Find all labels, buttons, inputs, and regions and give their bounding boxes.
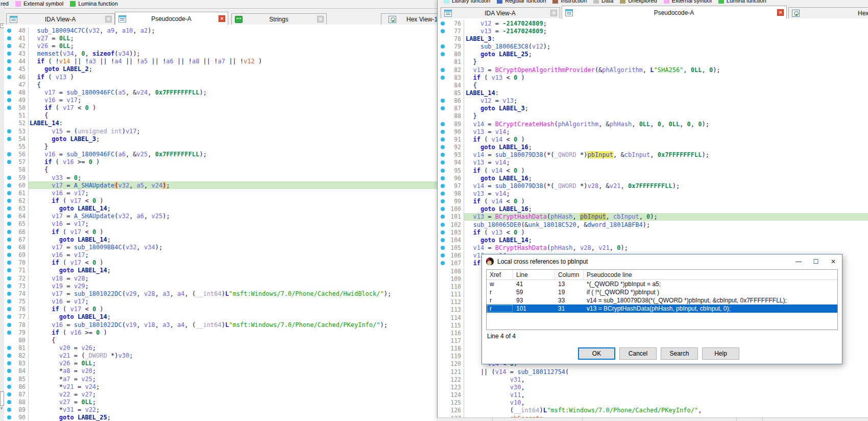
code-text[interactable]: v17 = sub_1800946FC(a5, &v24, 0x7FFFFFFF… xyxy=(29,88,437,96)
code-text[interactable]: goto LABEL_14; xyxy=(29,313,437,321)
code-text[interactable]: } xyxy=(464,58,868,66)
code-text[interactable]: if ( !v14 || !a3 || !a4 || !a5 || !a6 ||… xyxy=(29,58,437,65)
breakpoint-dot[interactable] xyxy=(438,174,448,182)
xref-cell[interactable]: 19 xyxy=(555,288,584,296)
code-text[interactable]: if ( v13 ) xyxy=(29,73,437,81)
code-text[interactable]: v13 = BCryptHashData(phHash, pbInput, cb… xyxy=(464,213,868,221)
breakpoint-margin[interactable] xyxy=(438,321,448,329)
breakpoint-dot[interactable] xyxy=(4,375,14,383)
code-text[interactable]: v17 = sub_1801022DC(v29, v28, a3, a4, (_… xyxy=(29,290,437,297)
maximize-icon[interactable]: ☐ xyxy=(807,258,825,265)
code-line-57[interactable]: 57 if ( v16 >= 0 ) xyxy=(4,158,437,166)
breakpoint-margin[interactable] xyxy=(438,35,448,42)
column-header-pseudocode-line[interactable]: Pseudocode line xyxy=(584,270,837,279)
code-line-74[interactable]: 74 v17 = sub_1801022DC(v29, v28, a3, a4,… xyxy=(4,290,437,297)
breakpoint-dot[interactable] xyxy=(4,329,14,336)
code-text[interactable]: v13 = v14; xyxy=(464,190,868,197)
breakpoint-margin[interactable] xyxy=(438,360,448,368)
breakpoint-dot[interactable] xyxy=(438,51,448,58)
code-line-87[interactable]: 87 v22 = v27; xyxy=(4,390,437,398)
breakpoint-margin[interactable] xyxy=(438,399,448,407)
code-text[interactable]: { xyxy=(29,81,437,88)
code-line-80[interactable]: 80 { xyxy=(4,336,437,344)
code-line-100[interactable]: 100 goto LABEL_16; xyxy=(438,205,868,213)
breakpoint-dot[interactable] xyxy=(4,390,14,398)
xref-cell[interactable]: r xyxy=(487,305,513,313)
breakpoint-dot[interactable] xyxy=(438,97,448,105)
breakpoint-dot[interactable] xyxy=(4,282,14,290)
code-line-78[interactable]: 78 v16 = sub_1801022DC(v19, v18, a3, a4,… xyxy=(4,321,437,329)
xref-row-line-59[interactable]: r5919 if ( !*(_QWORD *)pbInput ) xyxy=(487,288,837,296)
code-line-61[interactable]: 61 v16 = v17; xyxy=(4,189,437,197)
breakpoint-margin[interactable] xyxy=(438,58,448,66)
close-tab-icon[interactable]: ✕ xyxy=(317,16,324,22)
code-text[interactable]: *v21 = v24; xyxy=(29,383,437,390)
ok-button[interactable]: OK xyxy=(578,347,615,360)
code-text[interactable]: if ( v14 < 0 ) xyxy=(464,167,868,174)
code-text[interactable]: sub_180094C7C(v32, a9, a10, a2); xyxy=(29,27,437,34)
code-text[interactable]: LABEL_14: xyxy=(464,89,868,97)
breakpoint-dot[interactable] xyxy=(438,221,448,228)
code-line-91[interactable]: 91 if ( v14 < 0 ) xyxy=(438,135,868,143)
code-text[interactable]: goto LABEL_14; xyxy=(29,205,437,213)
code-text[interactable]: if ( v17 < 0 ) xyxy=(29,259,437,267)
dialog-title-bar[interactable]: Local cross references to pbInput — ☐ ✕ xyxy=(482,254,842,268)
code-text[interactable]: v20 = v26; xyxy=(29,344,437,352)
breakpoint-dot[interactable] xyxy=(4,96,14,104)
breakpoint-margin[interactable] xyxy=(438,383,448,391)
code-line-77[interactable]: 77 goto LABEL_14; xyxy=(4,313,437,321)
code-text[interactable]: v30, xyxy=(464,383,868,391)
code-text[interactable]: v15 = (unsigned int)v17; xyxy=(29,127,437,135)
code-text[interactable]: goto LABEL_14; xyxy=(464,236,868,244)
breakpoint-dot[interactable] xyxy=(4,104,14,112)
help-button[interactable]: Help xyxy=(702,347,739,360)
breakpoint-dot[interactable] xyxy=(438,105,448,112)
breakpoint-margin[interactable] xyxy=(438,314,448,321)
pseudocode-pane-left[interactable]: 40 sub_180094C7C(v32, a9, a10, a2);41 v2… xyxy=(4,25,437,421)
code-line-94[interactable]: 94 v13 = v14; xyxy=(438,159,868,167)
code-text[interactable]: memset(v34, 0, sizeof(v34)); xyxy=(29,50,437,57)
code-line-101[interactable]: 101 v13 = BCryptHashData(phHash, pbInput… xyxy=(438,213,868,221)
code-line-41[interactable]: 41 v27 = 0LL; xyxy=(4,34,437,42)
xref-cell[interactable]: r xyxy=(487,296,513,305)
breakpoint-dot[interactable] xyxy=(438,120,448,128)
code-text[interactable]: *a8 = v20; xyxy=(29,367,437,375)
code-line-52[interactable]: 52LABEL_14: xyxy=(4,120,437,127)
breakpoint-dot[interactable] xyxy=(4,297,14,305)
code-line-64[interactable]: 64 v17 = A_SHAUpdate(v32, a6, v25); xyxy=(4,213,437,220)
xref-cell[interactable]: 59 xyxy=(513,288,555,296)
code-text[interactable]: *a7 = v25; xyxy=(29,375,437,383)
close-tab-icon[interactable]: ✕ xyxy=(105,16,112,22)
column-header-column[interactable]: Column xyxy=(555,270,584,279)
breakpoint-dot[interactable] xyxy=(4,189,14,197)
breakpoint-dot[interactable] xyxy=(4,267,14,274)
breakpoint-margin[interactable] xyxy=(438,306,448,314)
breakpoint-margin[interactable] xyxy=(438,290,448,298)
code-line-47[interactable]: 47 { xyxy=(4,81,437,88)
breakpoint-dot[interactable] xyxy=(4,367,14,375)
breakpoint-dot[interactable] xyxy=(4,197,14,204)
code-text[interactable]: goto LABEL_16; xyxy=(464,174,868,182)
code-line-89[interactable]: 89 *v31 = v22; xyxy=(4,406,437,414)
code-text[interactable]: v13 = -2147024809; xyxy=(464,27,868,35)
code-line-121[interactable]: 121 || (v14 = sub_180112754( xyxy=(438,368,868,376)
tab-hex-view-1[interactable]: Hex View-1 xyxy=(381,13,437,25)
breakpoint-dot[interactable] xyxy=(4,313,14,321)
breakpoint-dot[interactable] xyxy=(4,27,14,34)
breakpoint-margin[interactable] xyxy=(438,337,448,344)
tab-strings[interactable]: Strings ✕ xyxy=(231,13,327,25)
code-text[interactable]: v14 = sub_180079D38(*(_QWORD *)v28, &v21… xyxy=(464,182,868,190)
breakpoint-margin[interactable] xyxy=(438,391,448,399)
tab-hex-view-1[interactable]: Hex View-1 xyxy=(788,7,868,18)
code-line-87[interactable]: 87 goto LABEL_3; xyxy=(438,105,868,112)
breakpoint-dot[interactable] xyxy=(4,406,14,414)
code-text[interactable]: goto LABEL_25; xyxy=(464,51,868,58)
breakpoint-margin[interactable] xyxy=(438,376,448,383)
breakpoint-margin[interactable] xyxy=(438,81,448,89)
code-line-105[interactable]: 105 v14 = BCryptHashData(phHash, v28, v2… xyxy=(438,244,868,252)
code-line-125[interactable]: 125 v10, xyxy=(438,399,868,407)
code-text[interactable]: v18 = v28; xyxy=(29,274,437,282)
breakpoint-dot[interactable] xyxy=(4,228,14,236)
code-text[interactable]: (__int64)L"msft:Windows/7.0/Phone/Cached… xyxy=(464,407,868,414)
breakpoint-dot[interactable] xyxy=(438,27,448,35)
